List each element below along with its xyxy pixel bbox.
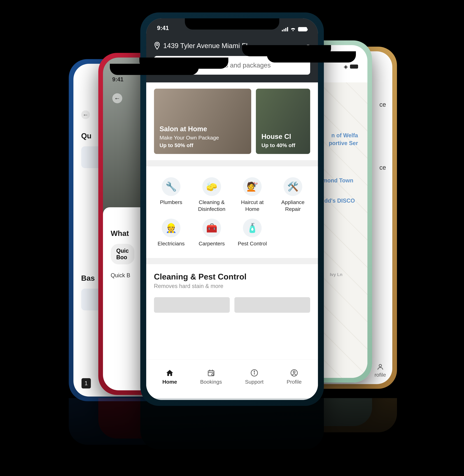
appliance-icon: 🛠️ xyxy=(284,177,302,196)
reflection xyxy=(61,398,403,476)
haircut-icon: 💇 xyxy=(243,177,262,196)
svg-point-0 xyxy=(379,364,382,367)
section-subtitle: Removes hard stain & more xyxy=(154,283,310,289)
map-poi-label: dd's DISCO xyxy=(324,198,355,204)
wifi-icon: ◈ xyxy=(344,63,348,70)
map-street-label: Ivy Ln xyxy=(330,272,343,277)
service-card[interactable] xyxy=(154,297,230,313)
map-poi-label: portive Ser xyxy=(329,140,358,146)
info-icon xyxy=(250,369,259,377)
svg-point-13 xyxy=(293,371,295,373)
home-content[interactable]: Salon at Home Make Your Own Package Up t… xyxy=(146,82,318,360)
nav-support[interactable]: Support xyxy=(245,369,263,385)
category-pest-control[interactable]: 🧴 Pest Control xyxy=(232,216,273,250)
cart-count-badge[interactable]: 1 xyxy=(81,378,91,389)
category-plumbers[interactable]: 🔧 Plumbers xyxy=(151,174,192,216)
category-appliance[interactable]: 🛠️ Appliance Repair xyxy=(273,174,313,216)
svg-point-11 xyxy=(254,371,255,372)
category-electricians[interactable]: 👷 Electricians xyxy=(151,216,192,250)
battery-icon xyxy=(350,65,358,69)
cleaning-icon: 🧽 xyxy=(202,177,221,196)
option-pill[interactable]: Quic Boo xyxy=(111,244,134,264)
section-title: Cleaning & Pest Control xyxy=(154,272,310,281)
category-haircut[interactable]: 💇 Haircut at Home xyxy=(232,174,273,216)
plumber-icon: 🔧 xyxy=(162,177,180,196)
nav-bookings[interactable]: Bookings xyxy=(200,369,222,385)
promo-offer: Up to 50% off xyxy=(160,142,246,148)
nav-profile[interactable]: Profile xyxy=(287,369,302,385)
service-card[interactable] xyxy=(234,297,310,313)
nav-home[interactable]: Home xyxy=(162,369,177,385)
promo-carousel[interactable]: Salon at Home Make Your Own Package Up t… xyxy=(146,82,318,160)
svg-point-8 xyxy=(212,373,214,376)
status-time: 9:41 xyxy=(112,76,124,83)
back-icon[interactable]: ← xyxy=(112,93,122,103)
category-cleaning[interactable]: 🧽 Cleaning & Disinfection xyxy=(192,174,232,216)
svg-point-1 xyxy=(156,43,158,45)
promo-offer: Up to 40% off xyxy=(261,142,305,148)
profile-icon xyxy=(377,363,384,371)
current-address: 1439 Tyler Avenue Miami FL xyxy=(163,42,250,50)
home-icon xyxy=(165,369,174,377)
back-icon[interactable]: ← xyxy=(81,110,90,119)
map-poi-label: n of Welfa xyxy=(331,132,358,139)
promo-card-cleaning[interactable]: House Cl Up to 40% off xyxy=(256,89,310,154)
section-cards-peek[interactable] xyxy=(154,297,310,313)
category-grid: 🔧 Plumbers 🧽 Cleaning & Disinfection 💇 H… xyxy=(146,166,318,258)
promo-title: Salon at Home xyxy=(160,125,246,133)
profile-icon xyxy=(290,369,299,377)
signal-icon xyxy=(282,27,288,31)
wifi-icon xyxy=(290,27,296,31)
promo-title: House Cl xyxy=(261,133,305,140)
category-carpenters[interactable]: 🧰 Carpenters xyxy=(192,216,232,250)
battery-icon xyxy=(298,27,307,31)
section-header: Cleaning & Pest Control Removes hard sta… xyxy=(146,264,318,293)
carpenter-icon: 🧰 xyxy=(202,219,221,237)
map-poi-label: mond Town xyxy=(322,177,353,184)
pest-control-icon: 🧴 xyxy=(243,219,262,237)
calendar-icon xyxy=(207,369,215,377)
signal-icon xyxy=(335,64,342,69)
status-time: 9:41 xyxy=(157,25,169,31)
promo-card-salon[interactable]: Salon at Home Make Your Own Package Up t… xyxy=(154,89,251,154)
promo-subtitle: Make Your Own Package xyxy=(160,135,246,141)
bottom-nav: Home Bookings Support xyxy=(146,360,318,400)
location-pin-icon xyxy=(154,42,160,50)
electrician-icon: 👷 xyxy=(162,219,180,237)
nav-profile[interactable]: rofile xyxy=(375,363,386,378)
